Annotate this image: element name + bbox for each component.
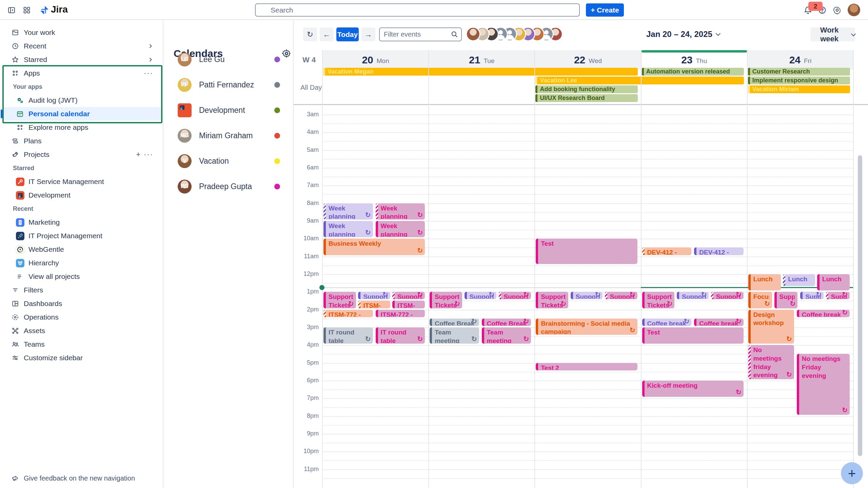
calendar-event[interactable]: DEV-412 - [694,247,744,255]
sidebar-item-apps[interactable]: Apps··· [3,66,161,80]
calendar-event[interactable]: Team meeting↻ [430,327,479,344]
vertical-scrollbar[interactable] [858,155,862,456]
calendar-event[interactable]: Support↻ [605,292,637,299]
sidebar-item-operations[interactable]: Operations [3,310,161,324]
calendar-event[interactable]: No meetings Friday evening↻ [797,354,850,414]
refresh-button[interactable]: ↻ [303,27,317,41]
sidebar-item-hierarchy[interactable]: Hierarchy [3,256,161,270]
sidebar-item-starred[interactable]: Starred [3,53,161,66]
user-avatar[interactable] [848,4,860,16]
chevron-right-icon[interactable] [148,43,153,49]
calendar-event[interactable]: ITSM-772 - Laptop [376,310,425,317]
calendar-event[interactable]: Coffee break↻ [694,319,744,326]
sidebar-item-plans[interactable]: Plans [3,134,161,148]
calendar-list-item-lee-gu[interactable]: LGLee Gu [169,49,289,70]
sidebar-item-teams[interactable]: Teams [3,338,161,351]
calendar-list-item-development[interactable]: Development [169,100,289,121]
all-day-event[interactable]: Add booking functionality [535,85,637,93]
calendar-event[interactable]: Lunch [748,274,781,290]
next-week-button[interactable]: → [361,27,375,41]
calendar-event[interactable]: Week planning↻ [376,221,425,237]
all-day-event[interactable]: Vacation Megan [323,68,638,76]
calendar-event[interactable]: No meetings friday evening↻ [748,345,794,379]
calendar-event[interactable]: Coffee Break↻ [482,319,531,326]
calendar-event[interactable]: Coffee Break↻ [430,319,479,326]
calendar-event[interactable]: Week planning↻ [323,221,373,237]
sidebar-item-dashboards[interactable]: Dashboards [3,297,161,310]
collapse-sidebar-icon[interactable] [6,4,17,16]
calendar-event[interactable]: Brainstorming - Social media campaign↻ [536,319,637,335]
all-day-event[interactable]: Automation version released [642,68,744,76]
sidebar-item-it-project-management[interactable]: IT Project Management [3,229,161,243]
calendar-event[interactable]: ITSM-774 - [358,301,390,308]
calendar-event[interactable]: Week planning↻ [376,203,425,220]
attendee-avatar[interactable] [466,27,480,41]
calendar-event[interactable]: Support Tickets↻ [536,292,568,308]
calendar-list-item-patti-fernandez[interactable]: PFPatti Fernandez [169,74,289,95]
calendar-event[interactable]: Support↻ [465,292,496,299]
sidebar-item-recent[interactable]: Recent [3,39,161,53]
calendar-event[interactable]: Focus↻ [748,292,772,308]
calendar-event[interactable]: Support Tickets↻ [642,292,675,308]
calendar-event[interactable]: Coffee break↻ [642,319,692,326]
sidebar-item-projects[interactable]: Projects+··· [3,148,161,161]
calendar-event[interactable]: Team meeting↻ [482,327,531,344]
today-button[interactable]: Today [336,27,359,41]
all-day-event[interactable]: Vacation Lee [535,77,744,84]
settings-gear-icon[interactable] [831,4,843,16]
calendar-event[interactable]: IT round table↻ [376,327,425,344]
calendar-event[interactable]: Support↻ [800,292,824,299]
add-project-icon[interactable]: + [136,150,141,159]
global-search-input[interactable] [255,3,580,17]
calendar-event[interactable]: Support↻ [677,292,709,299]
calendar-event[interactable]: Support↻ [358,292,390,299]
all-day-event[interactable]: UI/UX Research Board [535,94,637,102]
more-options-icon[interactable]: ··· [144,150,153,159]
jira-wordmark[interactable]: Jira [51,4,68,15]
calendar-color-dot[interactable] [274,107,280,113]
sidebar-item-explore-more-apps[interactable]: Explore more apps [3,121,161,134]
calendar-event[interactable]: IT round table↻ [323,327,373,344]
date-range-selector[interactable]: Jan 20 – 24, 2025 [646,29,720,39]
sidebar-item-your-work[interactable]: Your work [3,26,161,39]
calendar-event[interactable]: Week planning↻ [323,203,373,220]
calendar-event[interactable]: Test 2 [536,363,637,370]
calendar-color-dot[interactable] [274,184,280,189]
calendar-event[interactable]: Support↻ [571,292,603,299]
app-switcher-icon[interactable] [21,4,33,16]
more-options-icon[interactable]: ··· [144,69,153,78]
calendar-event[interactable]: Test [536,239,637,264]
calendar-color-dot[interactable] [274,82,280,88]
calendar-color-dot[interactable] [274,158,280,164]
calendar-event[interactable]: Support↻ [499,292,531,299]
sidebar-item-view-all-projects[interactable]: View all projects [3,270,161,283]
calendar-event[interactable]: ITSM-772 - Laptop [323,310,373,317]
calendar-list-item-miriam-graham[interactable]: MGMiriam Graham [169,125,289,146]
previous-week-button[interactable]: ← [320,27,334,41]
calendar-event[interactable]: Kick-off meeting↻ [642,381,744,397]
all-day-event[interactable]: Customer Research [748,68,850,76]
calendar-event[interactable]: Support Tickets↻ [323,292,356,308]
jira-logo-icon[interactable] [39,5,50,16]
calendar-event[interactable]: Coffee break↻ [797,310,850,317]
filter-events-input[interactable] [379,27,462,41]
calendar-color-dot[interactable] [274,133,280,139]
all-day-event[interactable]: Vacation Miriam [748,85,850,93]
calendar-event[interactable]: Support↻ [826,292,850,299]
calendar-event[interactable]: Lunch [783,274,815,286]
sidebar-item-audit-log-jwt-[interactable]: Audit log (JWT) [3,94,161,107]
calendar-event[interactable]: Support↻ [392,292,425,299]
sidebar-item-development[interactable]: Development [3,188,161,202]
calendar-event[interactable]: Support Tickets↻ [430,292,462,308]
sidebar-item-filters[interactable]: Filters [3,283,161,297]
sidebar-item-it-service-management[interactable]: IT Service Management [3,175,161,188]
sidebar-item-personal-calendar[interactable]: Personal calendar [3,107,161,121]
sidebar-item-customize-sidebar[interactable]: Customize sidebar [3,351,161,365]
view-switcher-button[interactable]: Work week [810,27,855,41]
calendar-event[interactable]: Support↻ [711,292,744,299]
calendar-event[interactable]: Lunch [817,274,850,290]
calendar-color-dot[interactable] [274,57,280,62]
give-feedback-link[interactable]: Give feedback on the new navigation [0,469,163,487]
sidebar-item-marketing[interactable]: Marketing [3,216,161,229]
calendar-event[interactable]: Test [642,327,744,344]
